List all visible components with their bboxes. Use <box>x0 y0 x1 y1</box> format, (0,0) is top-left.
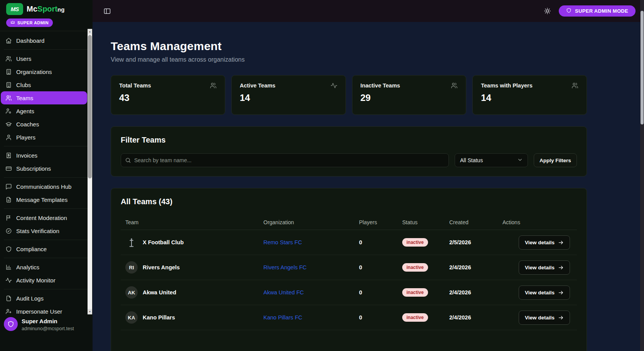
table-row: X Football ClubRemo Stars FC0inactive2/5… <box>121 230 577 255</box>
sidebar-item-label: Coaches <box>16 121 39 128</box>
sidebar-item-invoices[interactable]: Invoices <box>1 149 87 162</box>
players-count: 0 <box>354 314 398 321</box>
sidebar-section-divider <box>4 240 89 240</box>
scrollbar-down-arrow[interactable]: ▼ <box>88 309 92 314</box>
crown-icon <box>10 20 15 25</box>
search-input[interactable] <box>121 153 449 167</box>
graduation-cap-icon <box>5 121 12 128</box>
super-admin-mode-button[interactable]: SUPER ADMIN MODE <box>559 5 636 17</box>
organization-link[interactable]: Remo Stars FC <box>259 239 354 245</box>
table-row: KAKano PillarsKano Pillars FC0inactive2/… <box>121 305 577 330</box>
stat-value: 14 <box>481 92 578 103</box>
status-badge: inactive <box>402 288 428 297</box>
status-badge: inactive <box>402 313 428 322</box>
sidebar-item-label: Invoices <box>16 152 37 159</box>
arrow-right-icon <box>558 240 564 245</box>
sidebar-item-coaches[interactable]: Coaches <box>1 118 87 131</box>
sidebar-item-label: Content Moderation <box>16 215 67 221</box>
sidebar-item-label: Stats Verification <box>16 228 59 234</box>
sidebar-item-label: Impersonate User <box>16 308 62 315</box>
sidebar-item-message-templates[interactable]: Message Templates <box>1 193 87 206</box>
created-date: 2/5/2026 <box>445 239 498 245</box>
topbar: SUPER ADMIN MODE <box>93 0 644 22</box>
sidebar-section-divider <box>4 177 89 178</box>
teams-panel: All Teams (43) TeamOrganizationPlayersSt… <box>111 188 587 351</box>
view-details-button[interactable]: View details <box>519 286 570 300</box>
sidebar-item-compliance[interactable]: Compliance <box>1 242 87 255</box>
page-scrollbar[interactable] <box>640 0 644 351</box>
apply-filters-button[interactable]: Apply Filters <box>534 153 577 167</box>
status-select[interactable]: All Status <box>455 153 528 167</box>
arrow-right-icon <box>558 290 564 296</box>
sidebar-item-label: Organizations <box>16 69 52 75</box>
sidebar-item-activity-monitor[interactable]: Activity Monitor <box>1 274 87 287</box>
sidebar-section-divider <box>4 208 89 209</box>
column-header-team: Team <box>121 219 259 225</box>
sidebar-scrollbar[interactable]: ▲ ▼ <box>88 29 92 314</box>
shield-icon-slot <box>566 8 572 14</box>
sidebar-item-stats-verification[interactable]: Stats Verification <box>1 224 87 237</box>
sidebar-nav: DashboardUsersOrganizationsClubsTeamsAge… <box>0 31 93 331</box>
sidebar-item-players[interactable]: Players <box>1 131 87 144</box>
theme-toggle-button[interactable] <box>544 7 551 15</box>
table-row: AKAkwa UnitedAkwa United FC0inactive2/4/… <box>121 280 577 305</box>
sidebar-item-organizations[interactable]: Organizations <box>1 65 87 78</box>
sidebar-header: MS McSportng SUPER ADMIN <box>0 0 93 31</box>
sidebar-item-teams[interactable]: Teams <box>1 91 87 104</box>
sidebar-item-dashboard[interactable]: Dashboard <box>1 34 87 47</box>
sidebar-scrollbar-thumb[interactable] <box>88 35 92 178</box>
sidebar-section-divider <box>4 49 89 50</box>
created-date: 2/4/2026 <box>445 289 498 296</box>
team-name: Kano Pillars <box>143 314 175 321</box>
view-details-button[interactable]: View details <box>519 260 570 275</box>
sidebar-item-label: Message Templates <box>16 196 67 203</box>
sidebar-item-label: Dashboard <box>16 37 44 44</box>
view-details-button[interactable]: View details <box>519 311 570 325</box>
user-icon <box>5 134 12 141</box>
building-icon <box>5 69 12 75</box>
brand-logo: MS <box>6 3 23 15</box>
teams-table-title: All Teams (43) <box>121 197 577 206</box>
stat-value: 14 <box>240 92 337 103</box>
stats-row: Total Teams43Active Teams14Inactive Team… <box>111 75 587 115</box>
super-admin-badge: SUPER ADMIN <box>6 18 53 27</box>
filter-panel: Filter Teams All Status Apply Filters <box>111 126 587 176</box>
sidebar-item-communications-hub[interactable]: Communications Hub <box>1 180 87 193</box>
shield-icon <box>7 321 14 327</box>
table-header-row: TeamOrganizationPlayersStatusCreatedActi… <box>121 215 577 230</box>
organization-link[interactable]: Akwa United FC <box>259 289 354 296</box>
scrollbar-up-arrow[interactable]: ▲ <box>88 29 92 34</box>
team-name: Akwa United <box>143 289 176 296</box>
sidebar-item-clubs[interactable]: Clubs <box>1 78 87 91</box>
sidebar-item-audit-logs[interactable]: Audit Logs <box>1 292 87 305</box>
stat-value: 43 <box>119 92 217 103</box>
organization-link[interactable]: Rivers Angels FC <box>259 264 354 270</box>
users-icon <box>451 82 458 89</box>
file-text-icon <box>5 196 12 203</box>
sidebar-item-subscriptions[interactable]: Subscriptions <box>1 162 87 175</box>
organization-link[interactable]: Kano Pillars FC <box>259 314 354 321</box>
users-icon <box>572 82 578 89</box>
created-date: 2/4/2026 <box>445 264 498 270</box>
stat-card-active-teams: Active Teams14 <box>231 75 346 115</box>
sidebar-user[interactable]: Super Admin adminuno@mcsport.test <box>0 314 88 351</box>
team-avatar: AK <box>125 286 138 299</box>
page-scrollbar-thumb[interactable] <box>641 11 644 124</box>
receipt-icon <box>5 152 12 159</box>
sidebar-item-agents[interactable]: Agents <box>1 104 87 118</box>
page-title: Teams Management <box>111 40 587 53</box>
sidebar-section-divider <box>4 146 89 146</box>
sidebar-item-analytics[interactable]: Analytics <box>1 260 87 274</box>
stat-label: Active Teams <box>240 82 275 89</box>
sidebar-toggle-button[interactable] <box>103 7 111 15</box>
search-icon <box>125 157 131 163</box>
sidebar-item-label: Activity Monitor <box>16 277 56 284</box>
chat-icon <box>5 183 12 190</box>
sidebar-item-content-moderation[interactable]: Content Moderation <box>1 211 87 224</box>
arrow-right-icon <box>558 315 564 321</box>
sidebar-item-users[interactable]: Users <box>1 52 87 65</box>
crown-icon-slot <box>10 20 15 25</box>
view-details-button[interactable]: View details <box>519 235 570 250</box>
column-header-actions: Actions <box>498 219 577 225</box>
bar-chart-icon <box>5 264 12 270</box>
